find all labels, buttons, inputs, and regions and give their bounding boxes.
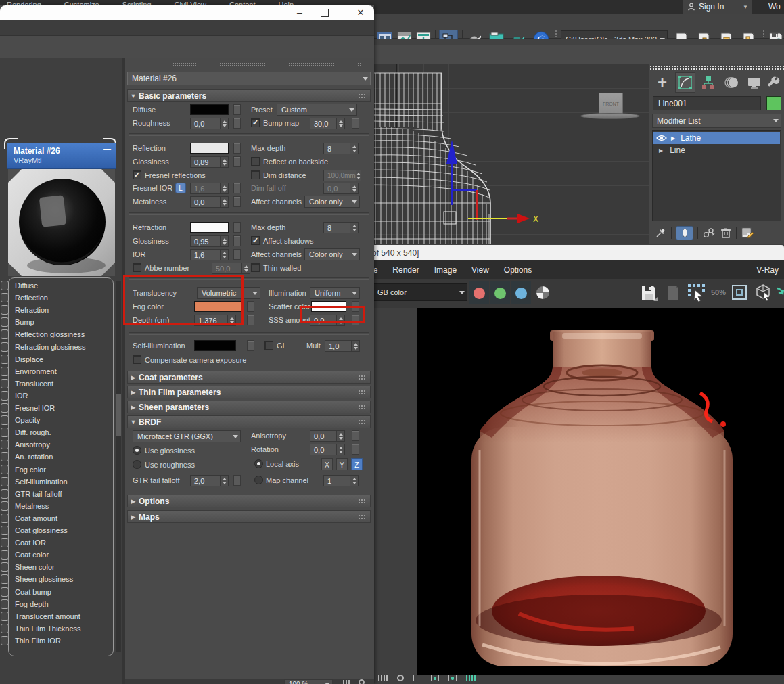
- slot-item-fog-depth[interactable]: Fog depth: [15, 600, 49, 608]
- sss-amount-map-button[interactable]: [352, 315, 359, 325]
- node-view-scrollbar[interactable]: [116, 281, 121, 652]
- slot-item-translucent-amount[interactable]: Translucent amount: [15, 612, 80, 620]
- slot-socket[interactable]: [1, 526, 9, 535]
- spinner-arrows[interactable]: [336, 315, 344, 325]
- spinner-arrows[interactable]: [241, 263, 250, 273]
- region-corner-icon[interactable]: [448, 675, 457, 681]
- slot-item-diff-rough-[interactable]: Diff. rough.: [15, 428, 51, 436]
- slot-socket[interactable]: [1, 599, 9, 609]
- viewcube-front[interactable]: FRONT: [599, 93, 623, 115]
- use-roughness-radio[interactable]: [133, 460, 141, 469]
- map-channel-radio[interactable]: [254, 476, 263, 484]
- vfb-menu-render[interactable]: Render: [392, 265, 419, 275]
- reflection-color-swatch[interactable]: [190, 143, 229, 154]
- roughness-spinner[interactable]: 0,0: [190, 118, 229, 129]
- metalness-map-button[interactable]: [233, 196, 241, 207]
- vfb-zoom-percent-label[interactable]: 50%: [711, 288, 726, 296]
- abbe-number-checkbox[interactable]: [133, 263, 141, 272]
- slot-socket[interactable]: [1, 587, 9, 597]
- fog-color-map-button[interactable]: [247, 301, 254, 312]
- slot-socket[interactable]: [1, 281, 9, 290]
- scrollbar-thumb[interactable]: [116, 394, 121, 436]
- minimize-button[interactable]: –: [290, 5, 310, 20]
- scatter-color-map-button[interactable]: [352, 301, 359, 312]
- slot-item-sheen-glossiness[interactable]: Sheen glossiness: [15, 575, 73, 583]
- dim-distance-checkbox[interactable]: [251, 170, 260, 179]
- slot-item-gtr-tail-falloff[interactable]: GTR tail falloff: [15, 490, 62, 498]
- pin-stack-icon[interactable]: [655, 227, 667, 239]
- depth-map-button[interactable]: [247, 315, 254, 325]
- rollout-dots-icon[interactable]: [358, 390, 366, 395]
- rollout-dots-icon[interactable]: [358, 514, 366, 520]
- slot-socket[interactable]: [1, 562, 9, 572]
- compensate-exposure-checkbox[interactable]: [133, 355, 141, 364]
- slot-item-environment[interactable]: Environment: [15, 367, 57, 375]
- slot-item-thin-film-thickness[interactable]: Thin Film Thickness: [15, 624, 81, 633]
- workspace-label[interactable]: Wo: [768, 2, 781, 12]
- dim-falloff-spinner[interactable]: 0,0: [323, 183, 359, 194]
- bump-map-button[interactable]: [352, 118, 359, 129]
- bump-map-checkbox[interactable]: [251, 118, 260, 127]
- vfb-channel-dropdown[interactable]: GB color: [373, 283, 467, 301]
- tab-display[interactable]: [744, 72, 764, 93]
- slot-socket[interactable]: [1, 465, 9, 474]
- rotation-map-button[interactable]: [352, 444, 359, 455]
- depth-spinner[interactable]: 1,376: [194, 315, 236, 326]
- slot-socket[interactable]: [1, 514, 9, 523]
- slot-socket[interactable]: [1, 415, 9, 425]
- tab-motion[interactable]: [721, 72, 741, 93]
- modifier-list-dropdown[interactable]: Modifier List: [652, 114, 781, 128]
- spinner-arrows[interactable]: [350, 223, 358, 233]
- self-illumination-map-button[interactable]: [247, 340, 254, 351]
- vfb-menu-image[interactable]: Image: [434, 265, 457, 275]
- viewport[interactable]: X FRONT: [374, 64, 649, 244]
- waveform-icon[interactable]: [466, 675, 476, 681]
- slot-item-sheen-color[interactable]: Sheen color: [15, 563, 55, 571]
- gi-checkbox[interactable]: [264, 341, 273, 350]
- max-depth-spinner[interactable]: 8: [323, 143, 359, 154]
- self-illumination-swatch[interactable]: [194, 340, 236, 351]
- reflection-map-button[interactable]: [233, 143, 241, 154]
- rollout-brdf[interactable]: ▼ BRDF: [127, 415, 371, 428]
- main-menu-item[interactable]: Scripting: [122, 1, 152, 5]
- stack-row-line[interactable]: ▶ Line: [653, 144, 780, 156]
- affect-shadows-checkbox[interactable]: [251, 236, 260, 245]
- fresnel-ior-lock-button[interactable]: L: [175, 183, 186, 193]
- object-name-field[interactable]: Line001: [653, 96, 761, 110]
- dim-distance-spinner[interactable]: 100,0mm: [323, 170, 359, 181]
- reflection-glossiness-map-button[interactable]: [233, 156, 241, 167]
- vfb-menu-view[interactable]: View: [471, 265, 489, 275]
- slot-socket[interactable]: [1, 329, 9, 339]
- fresnel-reflections-checkbox[interactable]: [133, 170, 141, 179]
- slot-socket[interactable]: [1, 305, 9, 315]
- spinner-arrows[interactable]: [356, 170, 361, 181]
- diffuse-color-swatch[interactable]: [190, 104, 229, 115]
- slot-item-fresnel-ior[interactable]: Fresnel IOR: [15, 404, 55, 412]
- refraction-glossiness-map-button[interactable]: [233, 235, 241, 246]
- slot-socket[interactable]: [1, 428, 9, 437]
- slot-socket[interactable]: [1, 379, 9, 388]
- vfb-menu-options[interactable]: Options: [504, 265, 532, 275]
- vfb-green-channel-button[interactable]: [490, 281, 510, 304]
- stack-row-lathe[interactable]: ▶ Lathe: [653, 132, 780, 144]
- vfb-title-bar[interactable]: of 540 x 540]: [369, 245, 784, 260]
- vfb-blue-channel-button[interactable]: [511, 281, 531, 304]
- refraction-glossiness-spinner[interactable]: 0,95: [190, 235, 229, 247]
- spinner-arrows[interactable]: [220, 157, 228, 167]
- diffuse-map-button[interactable]: [233, 104, 241, 115]
- reflection-glossiness-spinner[interactable]: 0,89: [190, 156, 229, 168]
- viewcube-ring[interactable]: [580, 113, 640, 119]
- rollout-dots-icon[interactable]: [358, 499, 366, 504]
- slot-socket[interactable]: [1, 293, 9, 302]
- spinner-arrows[interactable]: [227, 315, 235, 325]
- region-corner-icon[interactable]: [413, 675, 421, 681]
- main-menu-item[interactable]: Customize: [64, 1, 99, 5]
- vfb-save-image-icon[interactable]: [639, 283, 658, 302]
- slot-item-coat-amount[interactable]: Coat amount: [15, 514, 57, 522]
- spinner-arrows[interactable]: [336, 444, 344, 455]
- slot-item-opacity[interactable]: Opacity: [15, 416, 40, 424]
- reflect-backside-checkbox[interactable]: [251, 157, 260, 166]
- brdf-model-dropdown[interactable]: Microfacet GTR (GGX): [133, 430, 241, 442]
- panel-drag-handle[interactable]: [649, 65, 784, 71]
- vfb-refresh-icon[interactable]: [776, 284, 784, 302]
